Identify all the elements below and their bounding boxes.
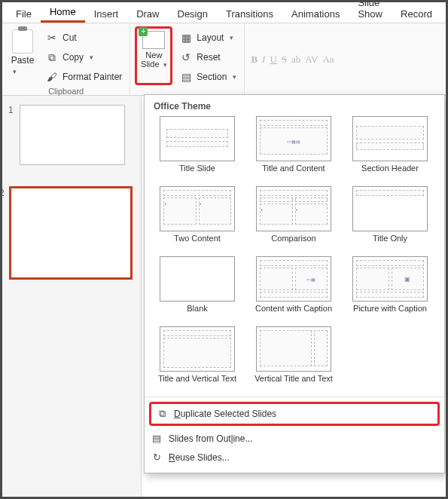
format-painter-label: Format Painter xyxy=(62,72,122,82)
scissors-icon: ✂ xyxy=(46,32,58,44)
duplicate-selected-slides[interactable]: ⧉ Duplicate Selected Slides xyxy=(151,404,437,424)
tab-slideshow[interactable]: Slide Show xyxy=(349,0,392,23)
chevron-down-icon: ▾ xyxy=(233,73,236,81)
tab-animations[interactable]: Animations xyxy=(282,5,349,23)
copy-button[interactable]: ⧉Copy ▾ xyxy=(43,49,125,66)
cut-label: Cut xyxy=(62,32,77,43)
slide-thumbnail-2[interactable] xyxy=(11,188,131,278)
change-case-button[interactable]: Aa xyxy=(322,54,334,66)
clipboard-icon xyxy=(12,29,33,54)
layout-thumb: ▭▦▤ xyxy=(256,116,331,161)
slide-number: 1 xyxy=(8,105,17,115)
layout-label: Vertical Title and Text xyxy=(254,374,333,392)
menu-label: Duplicate Selected Slides xyxy=(174,409,276,419)
layout-thumb: ·· xyxy=(256,186,331,231)
section-label: Section xyxy=(197,72,227,82)
group-slides: New Slide ▾ ▦Layout ▾ ↺Reset ▤Section ▾ xyxy=(130,23,245,95)
menu-label: Slides from Outline... xyxy=(169,433,252,444)
reuse-slides[interactable]: ↻ Reuse Slides... xyxy=(146,448,443,467)
layout-title-and-content[interactable]: ▭▦▤ Title and Content xyxy=(248,116,339,182)
layout-title-slide[interactable]: Title Slide xyxy=(152,116,242,182)
tab-file[interactable]: File xyxy=(7,5,41,23)
tab-transitions[interactable]: Transitions xyxy=(217,5,282,23)
reuse-icon: ↻ xyxy=(151,452,163,463)
shadow-button[interactable]: ab xyxy=(291,54,300,66)
layout-label: Two Content xyxy=(174,234,221,252)
new-slide-gallery: Office Theme Title Slide ▭▦▤ Title and C… xyxy=(144,94,445,473)
layout-thumb: ▣ xyxy=(352,256,428,302)
slide-thumbnail-1[interactable] xyxy=(20,105,125,165)
layout-label: Blank xyxy=(187,304,208,322)
layout-label: Layout xyxy=(197,32,224,43)
layout-title-only[interactable]: Title Only xyxy=(345,186,435,252)
layout-blank[interactable]: Blank xyxy=(152,256,242,322)
paste-button[interactable]: Paste▾ xyxy=(7,26,38,85)
layout-content-with-caption[interactable]: ▭▦ Content with Caption xyxy=(248,256,339,322)
layout-section-header[interactable]: Section Header xyxy=(345,116,435,182)
layout-button[interactable]: ▦Layout ▾ xyxy=(177,29,239,46)
menu-label: Reuse Slides... xyxy=(169,452,230,463)
tab-insert[interactable]: Insert xyxy=(85,5,128,23)
ribbon-tabs: File Home Insert Draw Design Transitions… xyxy=(2,2,446,23)
outline-icon: ▤ xyxy=(151,433,163,444)
annotation-highlight: ⧉ Duplicate Selected Slides xyxy=(149,402,440,426)
chevron-down-icon: ▾ xyxy=(13,68,17,75)
underline-button[interactable]: U xyxy=(270,54,276,66)
layout-label: Title Only xyxy=(373,234,407,252)
italic-button[interactable]: I xyxy=(262,54,265,66)
new-slide-icon xyxy=(142,31,165,49)
gallery-heading: Office Theme xyxy=(154,101,437,112)
tab-design[interactable]: Design xyxy=(169,5,217,23)
layout-label: Picture with Caption xyxy=(353,304,427,322)
chevron-down-icon: ▾ xyxy=(230,34,233,41)
layout-thumb xyxy=(160,256,235,302)
cut-button[interactable]: ✂Cut xyxy=(43,29,125,46)
char-spacing-button[interactable]: AV xyxy=(305,54,318,66)
layout-label: Section Header xyxy=(361,164,419,182)
reset-icon: ↺ xyxy=(180,51,192,63)
ribbon: Paste▾ ✂Cut ⧉Copy ▾ 🖌Format Painter Clip… xyxy=(2,23,446,96)
tab-draw[interactable]: Draw xyxy=(127,5,168,23)
section-icon: ▤ xyxy=(180,71,192,83)
new-slide-label: New Slide xyxy=(141,51,162,69)
layout-two-content[interactable]: ·· Two Content xyxy=(152,186,242,252)
section-button[interactable]: ▤Section ▾ xyxy=(177,69,239,85)
layout-picture-with-caption[interactable]: ▣ Picture with Caption xyxy=(345,256,435,322)
layout-vertical-title-and-text[interactable]: Vertical Title and Text xyxy=(248,326,339,392)
paintbrush-icon: 🖌 xyxy=(46,71,58,83)
duplicate-icon: ⧉ xyxy=(156,408,168,420)
bold-button[interactable]: B xyxy=(251,54,258,66)
layout-label: Title and Content xyxy=(262,164,325,182)
chevron-down-icon: ▾ xyxy=(90,54,93,61)
slide-thumbnail-pane: 1 2 xyxy=(2,96,142,497)
layout-thumb xyxy=(352,116,428,161)
annotation-highlight: New Slide ▾ xyxy=(135,26,172,85)
tab-record[interactable]: Record xyxy=(392,5,441,23)
paste-label: Paste xyxy=(11,55,35,66)
strikethrough-button[interactable]: S xyxy=(282,54,287,66)
layout-thumb xyxy=(256,326,331,372)
group-clipboard: Paste▾ ✂Cut ⧉Copy ▾ 🖌Format Painter Clip… xyxy=(2,23,130,95)
slides-from-outline[interactable]: ▤ Slides from Outline... xyxy=(146,429,443,448)
reset-label: Reset xyxy=(197,52,220,63)
group-label-clipboard: Clipboard xyxy=(7,87,125,96)
layout-thumb: ·· xyxy=(160,186,235,231)
chevron-down-icon: ▾ xyxy=(163,61,167,69)
layout-title-and-vertical-text[interactable]: Title and Vertical Text xyxy=(152,326,242,392)
reset-button[interactable]: ↺Reset xyxy=(177,49,239,66)
slide-number: 2 xyxy=(0,188,8,198)
layout-label: Comparison xyxy=(271,234,315,252)
layout-thumb xyxy=(160,116,235,161)
group-font: B I U S ab AV Aa xyxy=(245,23,340,95)
layout-thumb xyxy=(160,326,235,372)
layout-label: Title and Vertical Text xyxy=(158,374,236,392)
layout-thumb: ▭▦ xyxy=(256,256,331,302)
layout-label: Title Slide xyxy=(179,164,215,182)
layout-thumb xyxy=(352,186,428,231)
copy-icon: ⧉ xyxy=(46,51,58,63)
layout-icon: ▦ xyxy=(180,32,192,44)
new-slide-button[interactable]: New Slide ▾ xyxy=(138,29,169,69)
tab-home[interactable]: Home xyxy=(41,3,85,23)
format-painter-button[interactable]: 🖌Format Painter xyxy=(43,69,125,85)
layout-comparison[interactable]: ·· Comparison xyxy=(248,186,339,252)
